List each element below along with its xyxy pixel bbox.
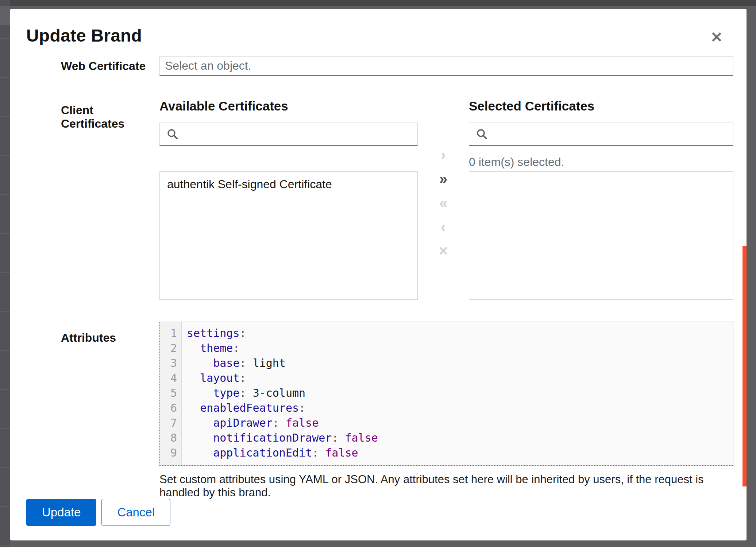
selected-certificates-pane: Selected Certificates 0 item(s) selected…: [469, 98, 733, 300]
code-line: type: 3-column: [187, 385, 733, 400]
selected-certificates-heading: Selected Certificates: [469, 98, 733, 114]
move-selected-to-selected-button[interactable]: ›: [430, 147, 456, 163]
close-button[interactable]: ✕: [706, 27, 727, 47]
code-line: theme:: [187, 341, 733, 356]
client-certificates-row: Client Certificates Available Certificat…: [61, 98, 733, 300]
selected-certificates-search-input[interactable]: [469, 123, 733, 146]
attributes-help-text: Set custom attributes using YAML or JSON…: [159, 473, 733, 499]
transfer-buttons: ›»«‹✕: [418, 98, 469, 300]
web-certificate-select[interactable]: [159, 56, 733, 76]
modal-footer: Update Cancel: [26, 499, 170, 526]
code-line: layout:: [187, 371, 733, 385]
available-certificates-pane: Available Certificates authentik Self-si…: [159, 98, 418, 300]
attributes-line-numbers: 123456789: [160, 322, 182, 465]
line-number: 4: [160, 371, 177, 385]
line-number: 9: [160, 445, 177, 460]
available-certificates-search-input[interactable]: [159, 123, 418, 146]
line-number: 8: [160, 430, 177, 445]
available-certificates-heading: Available Certificates: [159, 98, 418, 114]
update-brand-modal: Update Brand ✕ Web Certificate Client Ce…: [10, 9, 747, 540]
selected-items-status: 0 item(s) selected.: [469, 155, 733, 171]
code-line: enabledFeatures:: [187, 400, 733, 415]
code-line: settings:: [187, 326, 733, 341]
modal-scrollbar-thumb[interactable]: [742, 246, 747, 486]
selected-certificates-list[interactable]: [469, 171, 733, 300]
web-certificate-row: Web Certificate: [61, 56, 733, 76]
line-number: 1: [160, 326, 177, 341]
move-selected-to-available-button[interactable]: ‹: [430, 219, 456, 235]
modal-title: Update Brand: [26, 26, 142, 46]
attributes-label: Attributes: [61, 322, 159, 499]
available-certificates-list[interactable]: authentik Self-signed Certificate: [159, 171, 418, 300]
line-number: 6: [160, 400, 177, 415]
sidebar-header-behind-overlay: [0, 6, 10, 25]
dual-list-selector: Available Certificates authentik Self-si…: [159, 98, 733, 300]
line-number: 7: [160, 415, 177, 430]
line-number: 5: [160, 385, 177, 400]
code-line: applicationEdit: false: [187, 445, 733, 460]
sidebar-behind-overlay: [0, 0, 10, 547]
code-line: base: light: [187, 356, 733, 371]
attributes-code-lines[interactable]: settings: theme: base: light layout: typ…: [182, 322, 733, 465]
code-line: apiDrawer: false: [187, 415, 733, 430]
line-number: 2: [160, 341, 177, 356]
available-certificate-item[interactable]: authentik Self-signed Certificate: [160, 172, 417, 193]
update-brand-form: Web Certificate Client Certificates Avai…: [61, 56, 733, 499]
attributes-row: Attributes 123456789 settings: theme: ba…: [61, 322, 733, 499]
move-all-to-selected-button[interactable]: »: [430, 171, 456, 187]
code-line: notificationDrawer: false: [187, 430, 733, 445]
move-all-to-available-button[interactable]: «: [430, 195, 456, 211]
web-certificate-label: Web Certificate: [61, 59, 159, 73]
close-icon: ✕: [710, 29, 723, 45]
line-number: 3: [160, 356, 177, 371]
page-header-behind-overlay: [0, 0, 756, 6]
update-button[interactable]: Update: [26, 499, 96, 526]
cancel-button[interactable]: Cancel: [101, 499, 170, 526]
clear-selection-button[interactable]: ✕: [430, 243, 456, 259]
attributes-code-editor[interactable]: 123456789 settings: theme: base: light l…: [159, 322, 733, 466]
client-certificates-label: Client Certificates: [61, 98, 159, 300]
